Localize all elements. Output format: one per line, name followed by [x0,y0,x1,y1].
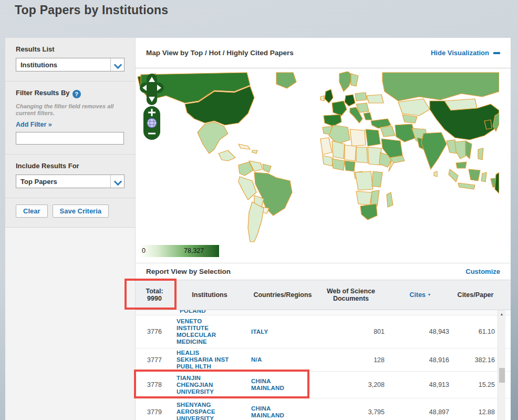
clear-button[interactable]: Clear [16,204,48,218]
rank-cell: 3776 [136,328,173,335]
table-row: 3779 SHENYANG AEROSPACE UNIVERSITY CHINA… [136,398,511,420]
cites-label: Cites [410,291,426,299]
partial-institution-text: POLAND [180,310,206,314]
help-icon[interactable]: ? [72,90,81,98]
include-results-select[interactable]: Top Papers [16,175,125,188]
table-row: 3777 HEALIS SEKHSARIA INST PUBL HLTH N/A… [136,349,511,372]
cites-per-paper-cell: 382.16 [453,356,498,364]
main-content: Map View by Top / Hot / Highly Cited Pap… [136,38,511,420]
chevron-down-icon [110,58,124,71]
docs-cell: 3,795 [314,408,388,416]
docs-cell: 801 [314,328,388,335]
countries-header: Countries/Regions [250,291,314,299]
customize-link[interactable]: Customize [465,268,500,275]
country-cell: CHINA MAINLAND [250,405,314,419]
world-map[interactable] [137,71,499,243]
institutions-header: Institutions [173,291,250,299]
hide-visualization-label: Hide Visualization [431,49,489,57]
map-pan-control[interactable] [140,74,164,105]
map-legend: 0 78,327 [140,245,219,257]
report-view-title: Report View by Selection [146,268,231,275]
hide-visualization-link[interactable]: Hide Visualization [431,49,500,57]
institution-cell: SHENYANG AEROSPACE UNIVERSITY [173,402,250,420]
vertical-scrollbar[interactable]: ▲ [498,310,505,420]
report-view-header: Report View by Selection Customize [136,263,511,280]
map-view-title: Map View by Top / Hot / Highly Cited Pap… [146,49,294,57]
cites-per-paper-header: Cites/Paper [453,291,498,299]
include-results-label: Include Results For [16,162,125,170]
legend-min: 0 [142,247,146,254]
save-criteria-button[interactable]: Save Criteria [53,204,109,218]
table-row-partial: POLAND [136,310,511,315]
rank-cell: 3779 [136,408,173,416]
page-title: Top Papers by Institutions [15,3,168,17]
filter-note: Changing the filter field removes all cu… [16,103,125,117]
cites-cell: 48,943 [388,328,453,335]
institution-cell: HEALIS SEKHSARIA INST PUBL HLTH [173,350,250,370]
country-cell: N/A [250,356,314,363]
docs-cell: 128 [314,356,388,364]
cites-cell: 48,897 [388,408,453,416]
legend-max: 78,327 [184,247,204,254]
sort-down-icon: ▼ [428,293,431,296]
criteria-buttons-section: Clear Save Criteria [5,198,135,228]
content-panel: Results List Institutions Filter Results… [5,38,511,420]
chevron-down-icon [110,175,124,188]
results-list-label: Results List [16,45,125,53]
scrollbar-thumb[interactable] [499,368,505,383]
cites-sort-header[interactable]: Cites ▼ [388,291,453,299]
annotation-box-row-3778 [134,370,309,398]
cites-cell: 48,916 [388,356,453,364]
results-list-section: Results List Institutions [5,38,135,81]
cites-per-paper-cell: 12.88 [453,408,498,416]
annotation-box-total [125,279,177,310]
results-list-select[interactable]: Institutions [16,58,125,71]
table-row: 3776 VENETO INSTITUTE MOLECULAR MEDICINE… [136,315,511,349]
include-results-section: Include Results For Top Papers [5,155,135,198]
minus-icon [493,52,500,54]
rank-cell: 3777 [136,356,173,364]
docs-cell: 3,208 [314,381,388,388]
wos-documents-header: Web of Science Documents [314,288,388,302]
filter-section: Filter Results By? Changing the filter f… [5,81,135,155]
filter-heading: Filter Results By? [16,89,125,98]
results-list-value: Institutions [16,61,110,69]
filter-input[interactable] [16,132,124,145]
table-scroll-area: POLAND 3776 VENETO INSTITUTE MOLECULAR M… [136,310,511,420]
sidebar: Results List Institutions Filter Results… [5,38,136,420]
map-view-header: Map View by Top / Hot / Highly Cited Pap… [136,38,511,68]
table-header-row: Total: 9990 Institutions Countries/Regio… [136,280,511,310]
map-zoom-control[interactable] [143,106,161,140]
institution-cell: VENETO INSTITUTE MOLECULAR MEDICINE [173,318,250,345]
filter-heading-text: Filter Results By [16,89,70,97]
scroll-up-icon[interactable]: ▲ [498,310,505,319]
country-cell: ITALY [250,329,314,335]
add-filter-link[interactable]: Add Filter » [16,121,125,128]
cites-per-paper-cell: 15.25 [453,381,498,388]
map-area: 0 78,327 [136,68,511,263]
include-results-value: Top Papers [16,178,110,186]
cites-per-paper-cell: 61.10 [453,328,498,335]
cites-cell: 48,913 [388,381,453,388]
globe-icon [147,118,157,128]
